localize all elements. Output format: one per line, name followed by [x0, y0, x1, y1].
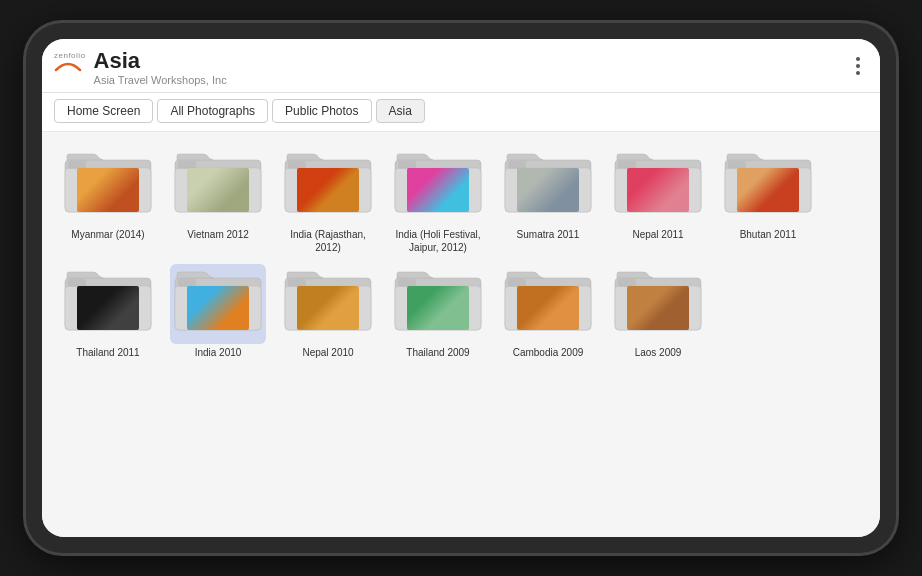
folder-item-myanmar[interactable]: Myanmar (2014) [58, 146, 158, 254]
folder-item-laos[interactable]: Laos 2009 [608, 264, 708, 359]
folder-thumbnail-myanmar [77, 168, 139, 212]
folder-thumbnail-thailand2009 [407, 286, 469, 330]
folder-icon-thailand2011 [60, 264, 156, 344]
nav-tabs: Home Screen All Photographs Public Photo… [42, 93, 880, 132]
folder-label-thailand2011: Thailand 2011 [76, 346, 139, 359]
folder-item-india-holi[interactable]: India (Holi Festival, Jaipur, 2012) [388, 146, 488, 254]
header: zenfolio Asia Asia Travel Workshops, Inc [42, 39, 880, 93]
page-title: Asia [94, 49, 227, 73]
folder-thumbnail-india2010 [187, 286, 249, 330]
folder-label-laos: Laos 2009 [635, 346, 682, 359]
folder-item-nepal2010[interactable]: Nepal 2010 [278, 264, 378, 359]
folder-label-nepal2011: Nepal 2011 [632, 228, 683, 241]
folder-item-india2010[interactable]: India 2010 [168, 264, 268, 359]
folder-thumbnail-sumatra [517, 168, 579, 212]
more-dot-1 [856, 57, 860, 61]
tab-home-screen[interactable]: Home Screen [54, 99, 153, 123]
folder-label-india-holi: India (Holi Festival, Jaipur, 2012) [388, 228, 488, 254]
folder-label-india-raj: India (Rajasthan, 2012) [278, 228, 378, 254]
folder-thumbnail-bhutan [737, 168, 799, 212]
folder-label-nepal2010: Nepal 2010 [302, 346, 353, 359]
folder-thumbnail-nepal2011 [627, 168, 689, 212]
folder-icon-thailand2009 [390, 264, 486, 344]
folder-label-india2010: India 2010 [195, 346, 242, 359]
folder-thumbnail-india-raj [297, 168, 359, 212]
folder-icon-bhutan [720, 146, 816, 226]
folder-icon-india-holi [390, 146, 486, 226]
folder-icon-vietnam [170, 146, 266, 226]
header-left: zenfolio Asia Asia Travel Workshops, Inc [54, 49, 227, 86]
folder-item-thailand2009[interactable]: Thailand 2009 [388, 264, 488, 359]
folder-label-vietnam: Vietnam 2012 [187, 228, 249, 241]
folder-thumbnail-laos [627, 286, 689, 330]
more-dot-2 [856, 64, 860, 68]
tab-asia[interactable]: Asia [376, 99, 425, 123]
folder-thumbnail-cambodia [517, 286, 579, 330]
folder-icon-nepal2010 [280, 264, 376, 344]
folder-thumbnail-thailand2011 [77, 286, 139, 330]
tab-all-photographs[interactable]: All Photographs [157, 99, 268, 123]
folder-item-cambodia[interactable]: Cambodia 2009 [498, 264, 598, 359]
folder-label-sumatra: Sumatra 2011 [517, 228, 580, 241]
folder-icon-nepal2011 [610, 146, 706, 226]
screen: zenfolio Asia Asia Travel Workshops, Inc… [42, 39, 880, 537]
logo-arc-icon [54, 60, 82, 72]
folder-icon-myanmar [60, 146, 156, 226]
folder-grid: Myanmar (2014) Vietnam 2012 India (Rajas… [42, 132, 880, 537]
folder-label-bhutan: Bhutan 2011 [740, 228, 797, 241]
more-dot-3 [856, 71, 860, 75]
tab-public-photos[interactable]: Public Photos [272, 99, 371, 123]
folder-item-bhutan[interactable]: Bhutan 2011 [718, 146, 818, 254]
folder-item-thailand2011[interactable]: Thailand 2011 [58, 264, 158, 359]
folder-icon-laos [610, 264, 706, 344]
folder-icon-india2010 [170, 264, 266, 344]
device-frame: zenfolio Asia Asia Travel Workshops, Inc… [26, 23, 896, 553]
folder-item-nepal2011[interactable]: Nepal 2011 [608, 146, 708, 254]
folder-item-vietnam[interactable]: Vietnam 2012 [168, 146, 268, 254]
folder-label-cambodia: Cambodia 2009 [513, 346, 584, 359]
page-subtitle: Asia Travel Workshops, Inc [94, 74, 227, 86]
folder-thumbnail-nepal2010 [297, 286, 359, 330]
folder-thumbnail-vietnam [187, 168, 249, 212]
more-menu-button[interactable] [852, 53, 864, 79]
folder-icon-sumatra [500, 146, 596, 226]
folder-thumbnail-india-holi [407, 168, 469, 212]
zenfolio-logo: zenfolio [54, 51, 86, 72]
folder-item-sumatra[interactable]: Sumatra 2011 [498, 146, 598, 254]
folder-item-india-raj[interactable]: India (Rajasthan, 2012) [278, 146, 378, 254]
folder-icon-cambodia [500, 264, 596, 344]
folder-icon-india-raj [280, 146, 376, 226]
folder-label-myanmar: Myanmar (2014) [71, 228, 144, 241]
header-titles: Asia Asia Travel Workshops, Inc [94, 49, 227, 86]
logo-text: zenfolio [54, 51, 86, 60]
folder-label-thailand2009: Thailand 2009 [406, 346, 469, 359]
